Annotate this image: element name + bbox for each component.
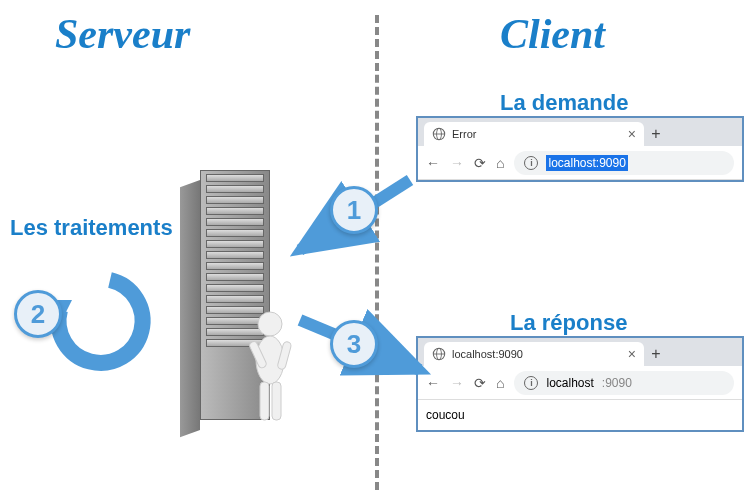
globe-icon	[432, 347, 446, 361]
browser-toolbar: ← → ⟳ ⌂ i localhost:9090	[418, 366, 742, 400]
request-label: La demande	[500, 90, 628, 116]
forward-icon[interactable]: →	[450, 155, 464, 171]
tab-title: localhost:9090	[452, 348, 523, 360]
browser-response: localhost:9090 × + ← → ⟳ ⌂ i localhost:9…	[416, 336, 744, 432]
url-host: localhost	[546, 376, 593, 390]
home-icon[interactable]: ⌂	[496, 155, 504, 171]
browser-toolbar: ← → ⟳ ⌂ i localhost:9090	[418, 146, 742, 180]
svg-rect-5	[272, 382, 281, 420]
svg-rect-4	[260, 382, 269, 420]
processing-label: Les traitements	[10, 215, 173, 241]
response-label: La réponse	[510, 310, 627, 336]
browser-tab[interactable]: localhost:9090 ×	[424, 342, 644, 366]
new-tab-button[interactable]: +	[644, 342, 668, 366]
mannequin-figure	[240, 310, 300, 430]
forward-icon[interactable]: →	[450, 375, 464, 391]
info-icon: i	[524, 376, 538, 390]
browser-tab[interactable]: Error ×	[424, 122, 644, 146]
step-3-badge: 3	[330, 320, 378, 368]
step-1-badge: 1	[330, 186, 378, 234]
reload-icon[interactable]: ⟳	[474, 375, 486, 391]
new-tab-button[interactable]: +	[644, 122, 668, 146]
close-icon[interactable]: ×	[628, 126, 636, 142]
client-heading: Client	[500, 10, 605, 58]
svg-point-0	[258, 312, 282, 336]
reload-icon[interactable]: ⟳	[474, 155, 486, 171]
tab-row: Error × +	[418, 118, 742, 146]
back-icon[interactable]: ←	[426, 375, 440, 391]
close-icon[interactable]: ×	[628, 346, 636, 362]
back-icon[interactable]: ←	[426, 155, 440, 171]
server-heading: Serveur	[55, 10, 190, 58]
browser-request: Error × + ← → ⟳ ⌂ i localhost:9090	[416, 116, 744, 182]
cycle-arrow	[59, 280, 143, 363]
globe-icon	[432, 127, 446, 141]
divider-line	[375, 15, 379, 490]
step-2-badge: 2	[14, 290, 62, 338]
url-text: localhost:9090	[546, 155, 627, 171]
address-bar[interactable]: i localhost:9090	[514, 151, 734, 175]
url-port: :9090	[602, 376, 632, 390]
info-icon: i	[524, 156, 538, 170]
tab-title: Error	[452, 128, 476, 140]
browser-body: coucou	[418, 400, 742, 430]
tab-row: localhost:9090 × +	[418, 338, 742, 366]
address-bar[interactable]: i localhost:9090	[514, 371, 734, 395]
home-icon[interactable]: ⌂	[496, 375, 504, 391]
